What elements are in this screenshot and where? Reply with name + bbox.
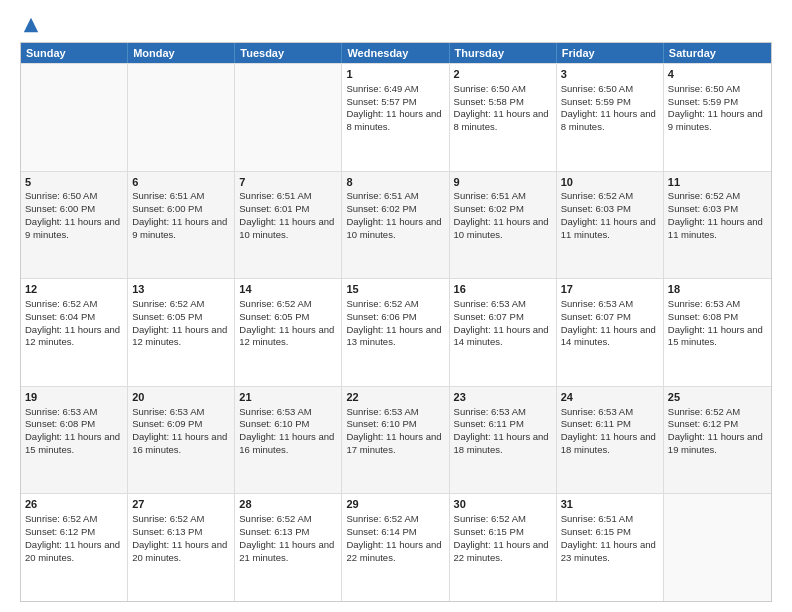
day-number: 13 bbox=[132, 282, 230, 297]
day-1: 1Sunrise: 6:49 AMSunset: 5:57 PMDaylight… bbox=[342, 64, 449, 171]
day-31: 31Sunrise: 6:51 AMSunset: 6:15 PMDayligh… bbox=[557, 494, 664, 601]
day-number: 12 bbox=[25, 282, 123, 297]
logo bbox=[20, 16, 40, 34]
day-number: 7 bbox=[239, 175, 337, 190]
empty-cell-0-2 bbox=[235, 64, 342, 171]
week-row-3: 12Sunrise: 6:52 AMSunset: 6:04 PMDayligh… bbox=[21, 278, 771, 386]
empty-cell-4-6 bbox=[664, 494, 771, 601]
header-friday: Friday bbox=[557, 43, 664, 63]
day-25: 25Sunrise: 6:52 AMSunset: 6:12 PMDayligh… bbox=[664, 387, 771, 494]
day-27: 27Sunrise: 6:52 AMSunset: 6:13 PMDayligh… bbox=[128, 494, 235, 601]
day-number: 20 bbox=[132, 390, 230, 405]
day-4: 4Sunrise: 6:50 AMSunset: 5:59 PMDaylight… bbox=[664, 64, 771, 171]
day-number: 4 bbox=[668, 67, 767, 82]
day-number: 22 bbox=[346, 390, 444, 405]
day-19: 19Sunrise: 6:53 AMSunset: 6:08 PMDayligh… bbox=[21, 387, 128, 494]
day-number: 16 bbox=[454, 282, 552, 297]
day-2: 2Sunrise: 6:50 AMSunset: 5:58 PMDaylight… bbox=[450, 64, 557, 171]
svg-marker-0 bbox=[24, 18, 38, 32]
day-24: 24Sunrise: 6:53 AMSunset: 6:11 PMDayligh… bbox=[557, 387, 664, 494]
day-16: 16Sunrise: 6:53 AMSunset: 6:07 PMDayligh… bbox=[450, 279, 557, 386]
day-23: 23Sunrise: 6:53 AMSunset: 6:11 PMDayligh… bbox=[450, 387, 557, 494]
empty-cell-0-0 bbox=[21, 64, 128, 171]
day-30: 30Sunrise: 6:52 AMSunset: 6:15 PMDayligh… bbox=[450, 494, 557, 601]
day-number: 31 bbox=[561, 497, 659, 512]
day-11: 11Sunrise: 6:52 AMSunset: 6:03 PMDayligh… bbox=[664, 172, 771, 279]
day-number: 2 bbox=[454, 67, 552, 82]
day-22: 22Sunrise: 6:53 AMSunset: 6:10 PMDayligh… bbox=[342, 387, 449, 494]
day-number: 14 bbox=[239, 282, 337, 297]
day-number: 18 bbox=[668, 282, 767, 297]
header-monday: Monday bbox=[128, 43, 235, 63]
week-row-5: 26Sunrise: 6:52 AMSunset: 6:12 PMDayligh… bbox=[21, 493, 771, 601]
logo-text bbox=[20, 16, 40, 34]
week-row-2: 5Sunrise: 6:50 AMSunset: 6:00 PMDaylight… bbox=[21, 171, 771, 279]
day-number: 24 bbox=[561, 390, 659, 405]
day-20: 20Sunrise: 6:53 AMSunset: 6:09 PMDayligh… bbox=[128, 387, 235, 494]
day-number: 30 bbox=[454, 497, 552, 512]
logo-icon bbox=[22, 16, 40, 34]
header-thursday: Thursday bbox=[450, 43, 557, 63]
day-number: 15 bbox=[346, 282, 444, 297]
day-12: 12Sunrise: 6:52 AMSunset: 6:04 PMDayligh… bbox=[21, 279, 128, 386]
day-number: 5 bbox=[25, 175, 123, 190]
day-number: 23 bbox=[454, 390, 552, 405]
day-number: 21 bbox=[239, 390, 337, 405]
header bbox=[20, 16, 772, 34]
day-8: 8Sunrise: 6:51 AMSunset: 6:02 PMDaylight… bbox=[342, 172, 449, 279]
day-17: 17Sunrise: 6:53 AMSunset: 6:07 PMDayligh… bbox=[557, 279, 664, 386]
day-3: 3Sunrise: 6:50 AMSunset: 5:59 PMDaylight… bbox=[557, 64, 664, 171]
week-row-4: 19Sunrise: 6:53 AMSunset: 6:08 PMDayligh… bbox=[21, 386, 771, 494]
day-number: 28 bbox=[239, 497, 337, 512]
day-26: 26Sunrise: 6:52 AMSunset: 6:12 PMDayligh… bbox=[21, 494, 128, 601]
day-number: 25 bbox=[668, 390, 767, 405]
calendar: Sunday Monday Tuesday Wednesday Thursday… bbox=[20, 42, 772, 602]
day-number: 27 bbox=[132, 497, 230, 512]
header-sunday: Sunday bbox=[21, 43, 128, 63]
header-wednesday: Wednesday bbox=[342, 43, 449, 63]
day-number: 11 bbox=[668, 175, 767, 190]
day-21: 21Sunrise: 6:53 AMSunset: 6:10 PMDayligh… bbox=[235, 387, 342, 494]
day-number: 19 bbox=[25, 390, 123, 405]
day-13: 13Sunrise: 6:52 AMSunset: 6:05 PMDayligh… bbox=[128, 279, 235, 386]
day-number: 6 bbox=[132, 175, 230, 190]
header-tuesday: Tuesday bbox=[235, 43, 342, 63]
day-number: 1 bbox=[346, 67, 444, 82]
day-number: 26 bbox=[25, 497, 123, 512]
day-28: 28Sunrise: 6:52 AMSunset: 6:13 PMDayligh… bbox=[235, 494, 342, 601]
page: Sunday Monday Tuesday Wednesday Thursday… bbox=[0, 0, 792, 612]
day-15: 15Sunrise: 6:52 AMSunset: 6:06 PMDayligh… bbox=[342, 279, 449, 386]
day-10: 10Sunrise: 6:52 AMSunset: 6:03 PMDayligh… bbox=[557, 172, 664, 279]
day-6: 6Sunrise: 6:51 AMSunset: 6:00 PMDaylight… bbox=[128, 172, 235, 279]
day-number: 17 bbox=[561, 282, 659, 297]
day-number: 10 bbox=[561, 175, 659, 190]
day-number: 29 bbox=[346, 497, 444, 512]
day-number: 8 bbox=[346, 175, 444, 190]
day-29: 29Sunrise: 6:52 AMSunset: 6:14 PMDayligh… bbox=[342, 494, 449, 601]
empty-cell-0-1 bbox=[128, 64, 235, 171]
day-number: 3 bbox=[561, 67, 659, 82]
day-14: 14Sunrise: 6:52 AMSunset: 6:05 PMDayligh… bbox=[235, 279, 342, 386]
day-5: 5Sunrise: 6:50 AMSunset: 6:00 PMDaylight… bbox=[21, 172, 128, 279]
day-number: 9 bbox=[454, 175, 552, 190]
day-9: 9Sunrise: 6:51 AMSunset: 6:02 PMDaylight… bbox=[450, 172, 557, 279]
header-saturday: Saturday bbox=[664, 43, 771, 63]
calendar-header: Sunday Monday Tuesday Wednesday Thursday… bbox=[21, 43, 771, 63]
calendar-body: 1Sunrise: 6:49 AMSunset: 5:57 PMDaylight… bbox=[21, 63, 771, 601]
day-7: 7Sunrise: 6:51 AMSunset: 6:01 PMDaylight… bbox=[235, 172, 342, 279]
week-row-1: 1Sunrise: 6:49 AMSunset: 5:57 PMDaylight… bbox=[21, 63, 771, 171]
day-18: 18Sunrise: 6:53 AMSunset: 6:08 PMDayligh… bbox=[664, 279, 771, 386]
